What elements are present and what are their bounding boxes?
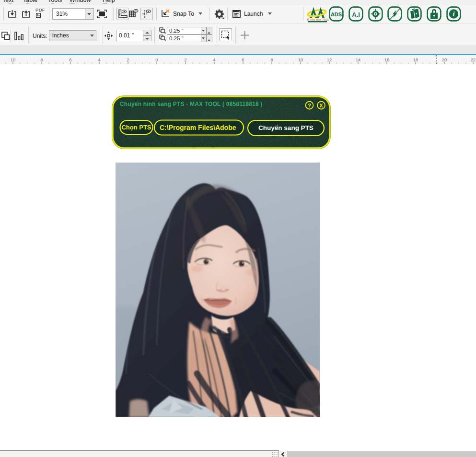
svg-text:6: 6 xyxy=(69,57,71,62)
svg-text:2: 2 xyxy=(184,57,186,62)
svg-text:22: 22 xyxy=(471,57,476,62)
svg-text:i: i xyxy=(453,10,454,18)
svg-text:6: 6 xyxy=(242,57,244,62)
svg-text:2: 2 xyxy=(127,57,129,62)
svg-text:14: 14 xyxy=(356,57,361,62)
svg-text:ADS: ADS xyxy=(331,12,342,17)
svg-text:18: 18 xyxy=(413,57,418,62)
svg-text:4: 4 xyxy=(98,57,100,62)
svg-text:?: ? xyxy=(308,103,311,108)
svg-text:HỖ TRỢ MAX TOOL: HỖ TRỢ MAX TOOL xyxy=(307,18,329,21)
svg-text:10: 10 xyxy=(298,57,303,62)
svg-text:8: 8 xyxy=(270,57,273,62)
svg-text:y: y xyxy=(164,38,166,41)
svg-text:8: 8 xyxy=(40,57,43,62)
svg-text:10: 10 xyxy=(11,57,16,62)
svg-text:A.I: A.I xyxy=(352,11,360,18)
svg-text:0: 0 xyxy=(155,57,158,62)
svg-text:X: X xyxy=(319,103,323,108)
svg-text:20: 20 xyxy=(442,57,447,62)
svg-text:x: x xyxy=(164,31,166,34)
svg-text:16: 16 xyxy=(384,57,390,62)
svg-text:4: 4 xyxy=(213,57,215,62)
svg-text:12: 12 xyxy=(327,57,332,62)
